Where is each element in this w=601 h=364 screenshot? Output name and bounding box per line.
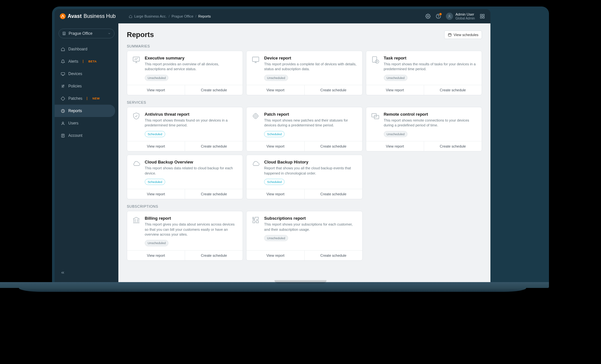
create-schedule-button[interactable]: Create schedule — [185, 251, 243, 260]
card-patch-report: Patch report This report shows new patch… — [246, 107, 362, 151]
create-schedule-button[interactable]: Create schedule — [185, 189, 243, 199]
card-title: Cloud Backup History — [264, 160, 357, 164]
view-schedules-button[interactable]: View schedules — [444, 31, 482, 39]
nav-label: Policies — [68, 84, 82, 88]
help-icon[interactable] — [435, 13, 441, 19]
calendar-icon — [448, 33, 452, 37]
svg-rect-12 — [61, 97, 65, 100]
user-icon — [60, 121, 65, 125]
nav-patches[interactable]: Patches NEW — [55, 92, 115, 105]
home-icon[interactable] — [129, 15, 132, 18]
nav-policies[interactable]: Policies — [55, 80, 115, 92]
card-desc: This report provides a complete list of … — [264, 62, 357, 72]
brand-name-strong: Avast — [68, 13, 82, 19]
card-billing-report: Billing report This report gives you dat… — [127, 211, 243, 260]
card-desc: This report shows the results of tasks f… — [384, 62, 476, 72]
nav-dashboard[interactable]: Dashboard — [55, 43, 115, 55]
presentation-icon — [132, 56, 141, 65]
card-executive-summary: Executive summary This report provides a… — [127, 51, 243, 95]
nav-devices[interactable]: Devices — [55, 68, 115, 80]
card-antivirus-report: Antivirus threat report This report show… — [127, 107, 243, 151]
brand-icon — [60, 13, 66, 19]
card-desc: This report shows threats found on your … — [145, 118, 237, 128]
svg-rect-9 — [61, 72, 65, 75]
card-task-report: Task report This report shows the result… — [366, 51, 482, 95]
svg-point-24 — [255, 115, 256, 115]
status-pill: Unscheduled — [145, 75, 168, 81]
svg-point-0 — [427, 16, 429, 17]
nav-label: Account — [68, 133, 82, 138]
create-schedule-button[interactable]: Create schedule — [304, 189, 362, 199]
card-desc: This report shows remote connections to … — [384, 118, 476, 128]
view-report-button[interactable]: View report — [127, 141, 185, 151]
badge-new: NEW — [92, 97, 100, 100]
card-desc: Report that shows you all the cloud back… — [264, 166, 357, 176]
create-schedule-button[interactable]: Create schedule — [304, 85, 362, 95]
nav-reports[interactable]: Reports — [55, 105, 115, 117]
grid-apps-icon[interactable] — [479, 13, 485, 19]
card-cloud-backup-overview: Cloud Backup Overview This report shows … — [127, 155, 243, 199]
nav-label: Patches — [68, 96, 82, 101]
status-pill: Scheduled — [145, 179, 165, 185]
card-remote-control-report: Remote control report This report shows … — [366, 107, 482, 151]
divider — [83, 60, 83, 63]
sidebar: Prague Office Dashboard Alerts — [55, 23, 118, 282]
card-desc: This report shows new patches and their … — [264, 118, 357, 128]
view-report-button[interactable]: View report — [247, 85, 304, 95]
section-services-label: SERVICES — [127, 100, 482, 104]
create-schedule-button[interactable]: Create schedule — [424, 85, 482, 95]
status-pill: Scheduled — [145, 131, 165, 137]
create-schedule-button[interactable]: Create schedule — [304, 141, 362, 151]
svg-rect-5 — [483, 14, 484, 16]
bank-icon — [132, 216, 141, 225]
create-schedule-button[interactable]: Create schedule — [185, 141, 243, 151]
status-pill: Unscheduled — [145, 240, 168, 246]
view-report-button[interactable]: View report — [247, 251, 304, 260]
breadcrumb-account[interactable]: Large Business Acc. — [134, 14, 167, 18]
settings-icon[interactable] — [425, 13, 431, 19]
user-menu[interactable]: Admin User Global Admin — [446, 12, 475, 20]
nav-account[interactable]: Account — [55, 129, 115, 142]
user-name: Admin User — [456, 12, 475, 16]
divider — [87, 97, 87, 100]
view-report-button[interactable]: View report — [127, 251, 185, 260]
breadcrumb-current: Reports — [198, 14, 211, 18]
svg-rect-8 — [63, 32, 65, 35]
view-report-button[interactable]: View report — [366, 141, 424, 151]
bell-icon — [60, 59, 65, 64]
home-icon — [60, 47, 65, 51]
task-clock-icon — [371, 56, 380, 65]
svg-point-14 — [62, 122, 63, 123]
card-cloud-backup-history: Cloud Backup History Report that shows y… — [246, 155, 362, 199]
view-report-button[interactable]: View report — [127, 189, 185, 199]
svg-point-22 — [254, 116, 255, 116]
nav-users[interactable]: Users — [55, 117, 115, 129]
cloud-icon — [132, 160, 141, 169]
monitor-icon — [251, 56, 260, 65]
status-pill: Unscheduled — [384, 131, 407, 137]
nav-alerts[interactable]: Alerts BETA — [55, 55, 115, 68]
patch-icon — [60, 97, 65, 101]
site-selector[interactable]: Prague Office — [59, 29, 114, 38]
svg-point-10 — [63, 85, 64, 85]
breadcrumb-site[interactable]: Prague Office — [171, 14, 193, 18]
view-report-button[interactable]: View report — [127, 85, 185, 95]
view-report-button[interactable]: View report — [247, 141, 304, 151]
create-schedule-button[interactable]: Create schedule — [185, 85, 243, 95]
sliders-icon — [60, 84, 65, 88]
collapse-sidebar-button[interactable] — [55, 267, 118, 278]
card-title: Cloud Backup Overview — [145, 160, 237, 164]
create-schedule-button[interactable]: Create schedule — [304, 251, 362, 260]
status-pill: Unscheduled — [384, 75, 407, 81]
breadcrumb-separator: / — [195, 14, 196, 18]
patch-icon — [251, 112, 260, 121]
view-report-button[interactable]: View report — [247, 189, 304, 199]
view-report-button[interactable]: View report — [366, 85, 424, 95]
nav-label: Alerts — [68, 59, 78, 64]
svg-rect-7 — [483, 17, 484, 18]
breadcrumb: Large Business Acc. / Prague Office / Re… — [129, 14, 211, 18]
status-pill: Scheduled — [264, 131, 285, 137]
status-pill: Unscheduled — [264, 75, 288, 81]
create-schedule-button[interactable]: Create schedule — [424, 141, 482, 151]
svg-point-25 — [255, 117, 256, 117]
